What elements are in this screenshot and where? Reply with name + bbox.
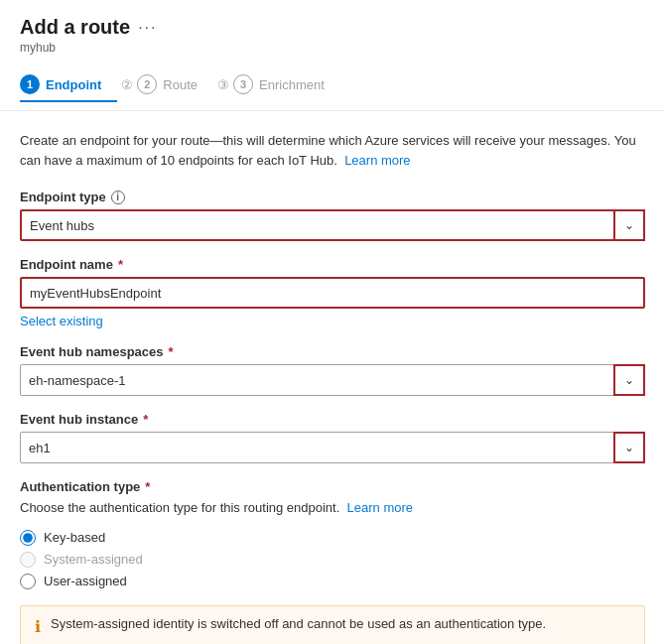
endpoint-name-label: Endpoint name * xyxy=(20,257,645,272)
learn-more-link[interactable]: Learn more xyxy=(344,153,410,168)
step-route-label: Route xyxy=(163,77,198,92)
event-hub-instance-select[interactable]: eh1 xyxy=(20,432,645,463)
step-route-number: 2 xyxy=(137,74,157,94)
radio-option-key-based[interactable]: Key-based xyxy=(20,530,645,546)
endpoint-type-label: Endpoint type i xyxy=(20,190,645,204)
warning-banner-text: System-assigned identity is switched off… xyxy=(51,616,546,631)
step-enrichment[interactable]: 3 Enrichment xyxy=(233,66,340,102)
event-hub-namespace-group: Event hub namespaces * eh-namespace-1 ⌄ xyxy=(20,344,645,396)
page-description: Create an endpoint for your route—this w… xyxy=(20,131,645,170)
radio-option-user-assigned[interactable]: User-assigned xyxy=(20,574,645,589)
step-endpoint[interactable]: 1 Endpoint xyxy=(20,66,117,102)
endpoint-type-chevron-icon[interactable]: ⌄ xyxy=(613,209,645,241)
radio-user-assigned-label: User-assigned xyxy=(44,574,127,588)
main-content: Create an endpoint for your route—this w… xyxy=(0,111,665,644)
radio-system-assigned-label: System-assigned xyxy=(44,552,143,567)
event-hub-namespace-select[interactable]: eh-namespace-1 xyxy=(20,364,645,396)
event-hub-instance-label: Event hub instance * xyxy=(20,412,645,427)
event-hub-instance-required: * xyxy=(143,412,148,427)
hub-subtitle: myhub xyxy=(20,41,645,55)
auth-type-label: Authentication type * xyxy=(20,479,645,494)
endpoint-name-input[interactable] xyxy=(20,277,645,309)
event-hub-instance-dropdown-wrapper: eh1 ⌄ xyxy=(20,432,645,463)
endpoint-name-group: Endpoint name * Select existing xyxy=(20,257,645,328)
select-existing-link[interactable]: Select existing xyxy=(20,314,103,328)
authentication-type-section: Authentication type * Choose the authent… xyxy=(20,479,645,644)
steps-navigation: 1 Endpoint ② 2 Route ③ 3 Enrichment xyxy=(20,66,645,102)
warning-icon: ℹ xyxy=(35,617,41,636)
endpoint-name-required: * xyxy=(118,257,123,272)
radio-user-assigned[interactable] xyxy=(20,574,36,589)
page-header: Add a route ··· myhub 1 Endpoint ② 2 Rou… xyxy=(0,0,665,111)
auth-type-required: * xyxy=(145,479,150,494)
step-route[interactable]: 2 Route xyxy=(137,66,213,102)
more-options-button[interactable]: ··· xyxy=(138,19,157,37)
page-title: Add a route xyxy=(20,16,130,39)
step-enrichment-number: 3 xyxy=(233,74,253,94)
endpoint-type-select[interactable]: Event hubs Service Bus queue Service Bus… xyxy=(20,209,645,241)
event-hub-namespace-chevron-icon[interactable]: ⌄ xyxy=(613,364,645,396)
event-hub-namespace-dropdown-wrapper: eh-namespace-1 ⌄ xyxy=(20,364,645,396)
auth-type-description: Choose the authentication type for this … xyxy=(20,498,645,518)
step-enrichment-label: Enrichment xyxy=(259,77,325,92)
radio-option-system-assigned: System-assigned xyxy=(20,552,645,568)
step-endpoint-label: Endpoint xyxy=(46,77,101,92)
radio-key-based[interactable] xyxy=(20,530,36,546)
event-hub-instance-chevron-icon[interactable]: ⌄ xyxy=(613,432,645,463)
auth-learn-more-link[interactable]: Learn more xyxy=(347,500,413,515)
event-hub-instance-group: Event hub instance * eh1 ⌄ xyxy=(20,412,645,463)
step-separator-1: ② xyxy=(117,77,137,92)
step-separator-2: ③ xyxy=(213,77,233,92)
event-hub-namespace-label: Event hub namespaces * xyxy=(20,344,645,359)
radio-key-based-label: Key-based xyxy=(44,530,105,545)
event-hub-namespace-required: * xyxy=(169,344,174,359)
radio-system-assigned xyxy=(20,552,36,568)
endpoint-type-dropdown-wrapper: Event hubs Service Bus queue Service Bus… xyxy=(20,209,645,241)
warning-banner: ℹ System-assigned identity is switched o… xyxy=(20,605,645,645)
endpoint-type-info-icon[interactable]: i xyxy=(111,191,125,204)
endpoint-type-group: Endpoint type i Event hubs Service Bus q… xyxy=(20,190,645,241)
auth-type-radio-group: Key-based System-assigned User-assigned xyxy=(20,530,645,589)
step-endpoint-number: 1 xyxy=(20,74,40,94)
